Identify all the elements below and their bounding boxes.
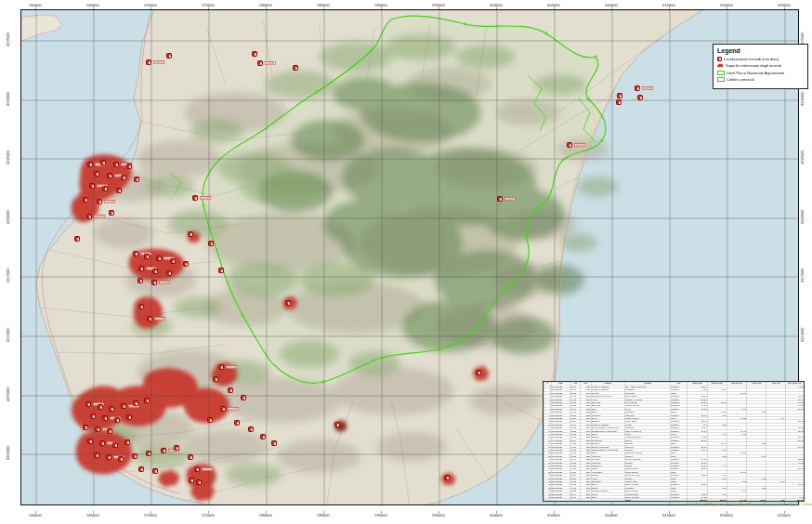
fire-marker[interactable]	[74, 236, 80, 242]
fire-marker[interactable]	[241, 395, 246, 400]
fire-marker[interactable]: 12/08	[106, 454, 111, 460]
fire-marker[interactable]	[134, 177, 139, 182]
fire-marker[interactable]	[207, 417, 213, 423]
fire-marker[interactable]	[144, 254, 150, 259]
table-cell: 23.15	[747, 499, 766, 502]
fire-marker[interactable]	[109, 406, 114, 412]
fire-marker[interactable]	[114, 417, 120, 423]
fire-marker[interactable]	[98, 404, 103, 410]
fire-marker[interactable]: 13/08	[102, 415, 108, 421]
fire-marker[interactable]	[83, 197, 88, 203]
fire-marker[interactable]: 12/08	[113, 162, 119, 167]
table-cell: 114.15	[727, 499, 746, 502]
fire-marker[interactable]: 14/08	[567, 142, 572, 148]
fire-marker[interactable]	[133, 400, 138, 406]
fire-marker[interactable]: 10/08	[635, 85, 640, 91]
fire-marker[interactable]: 13/08	[146, 59, 151, 65]
legend-item-label: Localizzazione incendi (con data)	[724, 57, 779, 61]
fire-marker[interactable]	[228, 387, 233, 393]
table-row: Totale828.65108.50114.1523.157.00625.201…	[544, 499, 805, 502]
table-header-cell: Totale (ha)	[804, 382, 805, 385]
fire-marker[interactable]: 11/08	[87, 162, 93, 167]
grid-label: 610000	[605, 511, 619, 517]
fire-marker[interactable]: 23/08	[151, 280, 157, 285]
fire-marker[interactable]: 13/08	[89, 183, 95, 189]
fire-marker[interactable]	[138, 304, 144, 309]
fire-marker[interactable]	[116, 188, 122, 193]
fire-marker[interactable]	[637, 95, 643, 100]
fire-marker[interactable]	[293, 65, 298, 71]
fire-marker[interactable]	[252, 51, 257, 57]
fire-marker[interactable]	[132, 453, 138, 459]
fire-marker[interactable]: 11/08	[257, 60, 263, 66]
fire-marker[interactable]	[285, 300, 291, 306]
fire-marker[interactable]	[124, 439, 130, 445]
fire-marker[interactable]	[218, 268, 224, 273]
fire-marker[interactable]	[126, 414, 132, 420]
fire-marker[interactable]	[166, 270, 172, 276]
fire-marker[interactable]	[121, 175, 126, 180]
fire-marker[interactable]	[174, 445, 179, 451]
fire-marker[interactable]	[271, 440, 277, 446]
fire-marker[interactable]	[617, 93, 622, 98]
fire-marker[interactable]	[112, 442, 118, 448]
grid-label: 595000	[432, 3, 446, 9]
fire-marker[interactable]: 11/08	[497, 196, 503, 202]
fire-marker[interactable]	[248, 426, 254, 432]
fire-marker[interactable]	[334, 422, 340, 427]
fire-marker[interactable]: 11/08	[121, 403, 126, 409]
fire-marker[interactable]	[208, 241, 214, 246]
fire-data-table: NDataOraProt.ComuneLocalitàTipoBosco (ha…	[543, 381, 805, 502]
fire-marker[interactable]: 12/08	[192, 195, 198, 201]
fire-marker[interactable]	[100, 160, 106, 165]
grid-label: 4205000	[7, 387, 11, 401]
fire-marker[interactable]: 12/08	[138, 266, 144, 271]
fire-marker[interactable]: 12/08	[95, 426, 100, 432]
fire-marker[interactable]	[94, 171, 99, 177]
fire-marker[interactable]	[183, 261, 189, 267]
fire-marker[interactable]	[166, 53, 172, 59]
fire-marker[interactable]: 14/08	[86, 214, 92, 219]
fire-marker[interactable]: 12/08	[85, 401, 91, 407]
fire-marker[interactable]: 12/08	[220, 406, 226, 412]
table-cell: 28.45	[804, 420, 805, 423]
fire-marker[interactable]: 14/08	[99, 440, 105, 446]
fire-marker[interactable]: 10/08	[107, 173, 112, 178]
fire-marker[interactable]: 21/08	[133, 251, 138, 256]
fire-marker[interactable]: 12/08	[147, 316, 152, 321]
fire-marker[interactable]	[118, 456, 124, 462]
fire-marker[interactable]	[234, 420, 240, 426]
fire-marker[interactable]: 12/08	[97, 199, 102, 204]
fire-marker[interactable]	[126, 164, 132, 169]
fire-marker[interactable]	[152, 468, 158, 474]
fire-marker[interactable]	[188, 454, 193, 460]
fire-marker[interactable]	[83, 425, 88, 430]
fire-marker[interactable]: 10/08	[218, 364, 224, 370]
fire-marker[interactable]	[94, 452, 99, 458]
fire-marker[interactable]	[144, 398, 150, 403]
fire-marker[interactable]	[138, 466, 144, 472]
fire-table: NDataOraProt.ComuneLocalitàTipoBosco (ha…	[544, 382, 805, 502]
fire-marker[interactable]: 13/08	[194, 466, 200, 472]
fire-marker[interactable]	[87, 439, 93, 444]
fire-marker[interactable]	[616, 99, 622, 105]
fire-marker[interactable]	[107, 428, 112, 434]
fire-marker[interactable]	[476, 370, 481, 375]
table-cell: 1081.45	[804, 499, 805, 502]
fire-marker[interactable]	[90, 413, 96, 419]
fire-marker[interactable]	[109, 210, 114, 216]
fire-marker[interactable]	[260, 434, 266, 439]
fire-marker[interactable]	[170, 258, 176, 264]
fire-marker[interactable]	[444, 475, 450, 480]
fire-marker[interactable]: 11/08	[161, 448, 166, 453]
fire-marker[interactable]	[102, 186, 108, 191]
fire-marker[interactable]: 13/08	[156, 255, 162, 261]
fire-marker[interactable]	[152, 269, 158, 274]
fire-marker[interactable]	[138, 278, 143, 283]
fire-marker[interactable]	[146, 451, 151, 456]
grid-label: 595000	[432, 511, 446, 517]
fire-marker[interactable]	[213, 376, 218, 382]
fire-marker[interactable]	[189, 478, 194, 483]
fire-marker[interactable]	[196, 479, 202, 485]
fire-marker[interactable]	[188, 231, 193, 237]
